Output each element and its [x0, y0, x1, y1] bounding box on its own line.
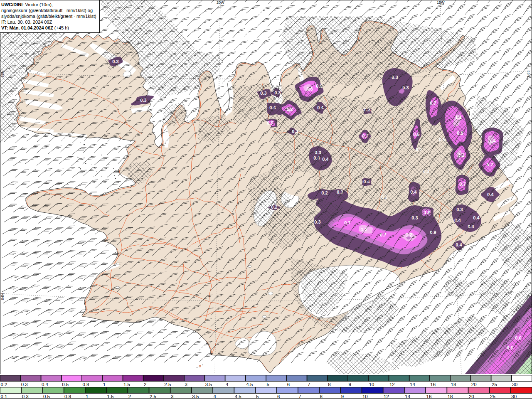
svg-text:3: 3 — [185, 382, 187, 387]
svg-text:14: 14 — [405, 394, 410, 399]
svg-text:7: 7 — [298, 394, 301, 399]
svg-text:0.4: 0.4 — [456, 242, 462, 247]
svg-text:0.4: 0.4 — [42, 382, 49, 387]
svg-text:0.4: 0.4 — [473, 215, 480, 220]
svg-text:0.2: 0.2 — [1, 382, 7, 387]
svg-text:0.4: 0.4 — [487, 192, 494, 197]
svg-text:10: 10 — [369, 382, 374, 387]
svg-text:25: 25 — [490, 394, 495, 399]
svg-text:1.4: 1.4 — [489, 138, 496, 143]
svg-text:0.3: 0.3 — [274, 90, 281, 95]
svg-text:30: 30 — [511, 394, 517, 399]
svg-text:5: 5 — [267, 382, 269, 387]
svg-text:3.5: 3.5 — [205, 382, 212, 387]
svg-text:8: 8 — [320, 394, 323, 399]
svg-text:0.6: 0.6 — [316, 84, 322, 89]
svg-text:0.2: 0.2 — [416, 147, 422, 152]
svg-text:9: 9 — [348, 382, 351, 387]
svg-text:12: 12 — [384, 394, 389, 399]
svg-text:4: 4 — [226, 382, 229, 387]
svg-text:0.1: 0.1 — [1, 394, 7, 399]
svg-text:0.3: 0.3 — [392, 75, 398, 80]
svg-text:0.3: 0.3 — [21, 382, 28, 387]
svg-text:2: 2 — [144, 382, 146, 387]
svg-text:30: 30 — [512, 382, 517, 387]
svg-text:2.5: 2.5 — [150, 394, 156, 399]
svg-text:20: 20 — [471, 382, 477, 387]
svg-text:2.5: 2.5 — [164, 382, 171, 387]
svg-text:20W: 20W — [217, 0, 224, 5]
svg-text:1: 1 — [103, 382, 106, 387]
svg-text:20: 20 — [469, 394, 474, 399]
svg-text:0.5: 0.5 — [62, 382, 69, 387]
svg-text:14: 14 — [410, 382, 415, 387]
svg-text:2: 2 — [128, 394, 131, 399]
svg-text:3.5: 3.5 — [192, 394, 199, 399]
svg-text:4: 4 — [214, 394, 217, 399]
svg-text:1: 1 — [86, 394, 88, 399]
svg-text:15W: 15W — [437, 0, 445, 5]
svg-text:0.3: 0.3 — [292, 129, 298, 134]
svg-text:0.7: 0.7 — [459, 182, 466, 187]
svg-text:0.3: 0.3 — [315, 150, 321, 155]
svg-text:0.9: 0.9 — [430, 230, 436, 235]
svg-text:0.8: 0.8 — [64, 394, 71, 399]
svg-text:18: 18 — [451, 382, 456, 387]
svg-text:6: 6 — [277, 394, 280, 399]
svg-text:1.1: 1.1 — [455, 115, 461, 120]
svg-text:8: 8 — [328, 382, 330, 387]
svg-text:0.5: 0.5 — [413, 132, 419, 137]
svg-text:0.3: 0.3 — [112, 59, 118, 64]
svg-text:9: 9 — [341, 394, 344, 399]
svg-text:16: 16 — [430, 382, 436, 387]
svg-text:0.2: 0.2 — [321, 190, 328, 195]
svg-text:0.2: 0.2 — [271, 204, 277, 209]
svg-text:0.6: 0.6 — [515, 335, 521, 340]
svg-text:25: 25 — [492, 382, 497, 387]
svg-text:0.3: 0.3 — [411, 215, 418, 220]
svg-text:0.3: 0.3 — [260, 91, 266, 96]
svg-text:7: 7 — [308, 382, 310, 387]
svg-text:64N: 64N — [0, 293, 5, 300]
svg-text:0.3: 0.3 — [456, 207, 463, 212]
svg-text:0.4: 0.4 — [269, 105, 276, 110]
svg-text:0.8: 0.8 — [82, 382, 89, 387]
svg-text:4.5: 4.5 — [235, 394, 241, 399]
svg-text:0.5: 0.5 — [43, 394, 50, 399]
svg-text:1.5: 1.5 — [107, 394, 114, 399]
svg-text:4.5: 4.5 — [246, 382, 253, 387]
svg-text:5: 5 — [256, 394, 259, 399]
svg-text:16: 16 — [426, 394, 432, 399]
svg-text:18: 18 — [448, 394, 453, 399]
svg-text:6: 6 — [287, 382, 290, 387]
svg-text:10: 10 — [362, 394, 368, 399]
svg-text:0.3: 0.3 — [22, 394, 29, 399]
svg-text:0.7: 0.7 — [430, 101, 436, 106]
svg-text:0.3: 0.3 — [337, 190, 343, 195]
svg-text:12: 12 — [389, 382, 395, 387]
svg-text:1.2: 1.2 — [406, 232, 412, 237]
svg-text:1.5: 1.5 — [123, 382, 130, 387]
svg-text:0.6: 0.6 — [439, 137, 445, 142]
svg-text:3: 3 — [171, 394, 173, 399]
